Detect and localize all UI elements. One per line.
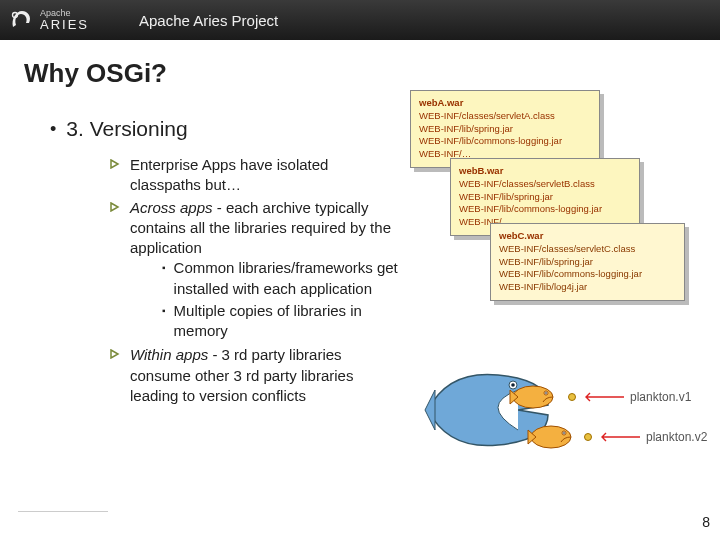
sticky-note-c: webC.war WEB-INF/classes/servletC.class … — [490, 223, 685, 301]
note-line: WEB-INF/lib/spring.jar — [459, 191, 631, 204]
sticky-note-a: webA.war WEB-INF/classes/servletA.class … — [410, 90, 600, 168]
page-number: 8 — [702, 514, 710, 530]
square-bullet-icon: ▪ — [162, 258, 166, 299]
bullet-text: Enterprise Apps have isolated classpaths… — [130, 155, 400, 196]
list-item: Across apps - each archive typically con… — [110, 198, 400, 344]
bullet-emphasis: Across apps — [130, 199, 213, 216]
note-line: WEB-INF/lib/spring.jar — [499, 256, 676, 269]
note-line: WEB-INF/classes/servletA.class — [419, 110, 591, 123]
list-item: Enterprise Apps have isolated classpaths… — [110, 155, 400, 196]
version-conflict-diagram: plankton.v1 plankton.v2 — [418, 350, 708, 470]
plankton-text: plankton.v1 — [630, 390, 691, 404]
ram-icon — [8, 7, 34, 33]
sub-bullet-text: Multiple copies of libraries in memory — [174, 301, 400, 342]
note-line: WEB-INF/lib/commons-logging.jar — [419, 135, 591, 148]
sub-list-item: ▪ Common libraries/frameworks get instal… — [162, 258, 400, 299]
svg-point-8 — [563, 432, 565, 434]
plankton-text: plankton.v2 — [646, 430, 707, 444]
list-item: Within apps - 3 rd party libraries consu… — [110, 345, 400, 406]
note-line: WEB-INF/classes/servletC.class — [499, 243, 676, 256]
chevron-right-icon — [110, 349, 120, 359]
note-line: WEB-INF/lib/spring.jar — [419, 123, 591, 136]
sub-list-item: ▪ Multiple copies of libraries in memory — [162, 301, 400, 342]
note-line: WEB-INF/lib/commons-logging.jar — [499, 268, 676, 281]
chevron-right-icon — [110, 202, 120, 212]
apache-aries-logo: Apache ARIES — [8, 7, 89, 33]
small-fish-icon — [508, 380, 563, 415]
bullet-text: Across apps - each archive typically con… — [130, 198, 400, 344]
arrow-left-icon — [582, 392, 624, 402]
note-line: WEB-INF/lib/log4j.jar — [499, 281, 676, 294]
svg-point-3 — [513, 386, 553, 408]
slide-header: Apache ARIES Apache Aries Project — [0, 0, 720, 40]
arrow-left-icon — [598, 432, 640, 442]
footer-divider — [18, 511, 108, 512]
plankton-dot-icon — [584, 433, 592, 441]
small-fish-icon — [526, 420, 581, 455]
project-title: Apache Aries Project — [139, 12, 278, 29]
slide-heading: 3. Versioning — [66, 117, 187, 141]
note-title: webA.war — [419, 97, 591, 110]
bullet-dot-icon: • — [50, 119, 56, 140]
plankton-label-1: plankton.v1 — [568, 390, 708, 404]
chevron-right-icon — [110, 159, 120, 169]
svg-point-6 — [531, 426, 571, 448]
plankton-dot-icon — [568, 393, 576, 401]
logo-text-big: ARIES — [40, 18, 89, 31]
sub-bullet-text: Common libraries/frameworks get installe… — [174, 258, 400, 299]
war-notes-group: webA.war WEB-INF/classes/servletA.class … — [410, 90, 710, 290]
note-title: webC.war — [499, 230, 676, 243]
note-line: WEB-INF/lib/commons-logging.jar — [459, 203, 631, 216]
note-line: WEB-INF/classes/servletB.class — [459, 178, 631, 191]
slide-title: Why OSGi? — [0, 40, 720, 89]
square-bullet-icon: ▪ — [162, 301, 166, 342]
note-title: webB.war — [459, 165, 631, 178]
bullet-emphasis: Within apps — [130, 346, 208, 363]
plankton-label-2: plankton.v2 — [584, 430, 720, 444]
svg-point-5 — [545, 392, 547, 394]
bullet-text: Within apps - 3 rd party libraries consu… — [130, 345, 400, 406]
